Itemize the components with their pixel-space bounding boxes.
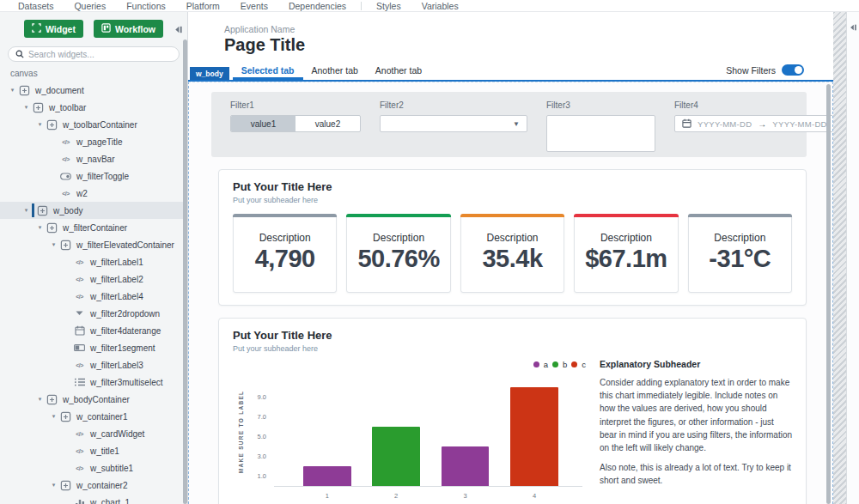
bar-category-4[interactable] bbox=[510, 387, 558, 486]
tree-item-label: w_chart_1 bbox=[90, 498, 130, 504]
bar-category-3[interactable] bbox=[442, 446, 490, 486]
chevron-down-icon[interactable]: ▾ bbox=[21, 207, 32, 214]
kpi-card-1[interactable]: Description4,790 bbox=[233, 214, 337, 293]
y-tick: 1.0 bbox=[258, 472, 266, 480]
show-filters-toggle[interactable] bbox=[782, 64, 804, 76]
chart-section: Put Your Title Here Put your subheader h… bbox=[218, 318, 807, 504]
widget-button[interactable]: Widget bbox=[24, 20, 83, 38]
tree-item-w_chart_1[interactable]: w_chart_1 bbox=[0, 494, 187, 504]
chart-icon bbox=[73, 498, 86, 504]
code-icon: </> bbox=[73, 259, 86, 265]
y-axis-label: MAKE SURE TO LABEL bbox=[238, 390, 244, 473]
tab-another-1[interactable]: Another tab bbox=[303, 62, 367, 80]
filter4-daterange[interactable]: YYYY-MM-DD → YYYY-MM-DD bbox=[674, 115, 833, 132]
calendar-icon bbox=[682, 116, 691, 131]
tree-item-w_filterElevatedContainer[interactable]: ▾w_filterElevatedContainer bbox=[0, 236, 187, 253]
workflow-button[interactable]: Workflow bbox=[94, 20, 163, 38]
tree-item-w_filter4daterange[interactable]: w_filter4daterange bbox=[0, 322, 187, 339]
x-tick: 2 bbox=[394, 492, 398, 500]
filter2-dropdown[interactable]: ▼ bbox=[380, 115, 527, 132]
chevron-down-icon[interactable]: ▾ bbox=[48, 482, 59, 489]
tree-item-w_filterToggle[interactable]: w_filterToggle bbox=[0, 167, 187, 185]
tree-item-w_bodyContainer[interactable]: ▾w_bodyContainer bbox=[0, 391, 187, 408]
bar-category-2[interactable] bbox=[372, 427, 420, 486]
chevron-down-icon[interactable]: ▾ bbox=[48, 413, 59, 420]
tab-another-2[interactable]: Another tab bbox=[367, 62, 430, 80]
tree-item-w_filterContainer[interactable]: ▾w_filterContainer bbox=[0, 219, 187, 236]
tab-selected[interactable]: Selected tab bbox=[233, 62, 303, 80]
tree-item-w_pageTitle[interactable]: </>w_pageTitle bbox=[0, 133, 187, 150]
filter1-option-value2[interactable]: value2 bbox=[295, 116, 360, 131]
legend-dot-b bbox=[552, 361, 558, 367]
tree-item-w_container1[interactable]: ▾w_container1 bbox=[0, 408, 187, 425]
kpi-card-3[interactable]: Description35.4k bbox=[460, 214, 564, 293]
tree-item-label: w_cardWidget bbox=[90, 429, 144, 439]
legend-dot-c bbox=[571, 361, 577, 367]
container-icon bbox=[32, 102, 45, 113]
menu-item-variables[interactable]: Variables bbox=[412, 1, 468, 11]
tree-item-label: w_filter4daterange bbox=[90, 326, 161, 336]
kpi-description: Description bbox=[234, 232, 336, 244]
menu-item-datasets[interactable]: Datasets bbox=[9, 1, 63, 11]
menu-item-dependencies[interactable]: Dependencies bbox=[279, 1, 356, 11]
tree-item-label: w_container1 bbox=[76, 412, 127, 422]
tree-item-w_filterLabel4[interactable]: </>w_filterLabel4 bbox=[0, 288, 187, 305]
widget-search[interactable] bbox=[8, 46, 180, 62]
chevron-down-icon[interactable]: ▾ bbox=[21, 104, 32, 111]
chart-legend: abc bbox=[233, 358, 586, 370]
bar-category-1[interactable] bbox=[303, 466, 351, 486]
menu-item-functions[interactable]: Functions bbox=[117, 1, 175, 11]
menu-item-platform[interactable]: Platform bbox=[177, 1, 229, 11]
tree-item-w_subtitle1[interactable]: </>w_subtitle1 bbox=[0, 459, 187, 477]
kpi-card-5[interactable]: Description-31°C bbox=[688, 214, 792, 293]
collapse-sidebar-icon[interactable] bbox=[174, 22, 183, 38]
tree-item-w_title1[interactable]: </>w_title1 bbox=[0, 442, 187, 459]
show-filters-label: Show Filters bbox=[726, 65, 776, 76]
kpi-accent-bar bbox=[688, 214, 792, 217]
filter3-group: Filter3 bbox=[546, 100, 655, 152]
sidebar-scrollbar[interactable] bbox=[183, 39, 187, 504]
canvas-scrollbar[interactable] bbox=[826, 84, 831, 504]
kpi-card-2[interactable]: Description50.76% bbox=[346, 214, 450, 293]
panel-resize-gutter[interactable] bbox=[833, 12, 846, 504]
filter1-option-value1[interactable]: value1 bbox=[231, 116, 295, 131]
tree-item-w_toolbar[interactable]: ▾w_toolbar bbox=[0, 99, 187, 116]
tree-item-w2[interactable]: </>w2 bbox=[0, 185, 187, 202]
kpi-card-4[interactable]: Description$67.1m bbox=[574, 214, 678, 293]
filter1-segmented-control: value1 value2 bbox=[230, 115, 361, 132]
chevron-down-icon[interactable]: ▾ bbox=[34, 224, 46, 231]
tree-item-w_cardWidget[interactable]: </>w_cardWidget bbox=[0, 425, 187, 442]
chevron-down-icon[interactable]: ▾ bbox=[7, 87, 18, 94]
collapse-right-panel-icon[interactable] bbox=[849, 20, 857, 34]
kpi-value: 4,790 bbox=[234, 245, 336, 273]
code-icon: </> bbox=[59, 156, 72, 162]
list-icon bbox=[73, 378, 86, 386]
tree-item-w_filterLabel3[interactable]: </>w_filterLabel3 bbox=[0, 356, 187, 373]
tree-item-w_filter1segment[interactable]: w_filter1segment bbox=[0, 339, 187, 356]
chevron-down-icon[interactable]: ▾ bbox=[48, 241, 59, 248]
chevron-down-icon[interactable]: ▾ bbox=[34, 121, 46, 128]
search-input[interactable] bbox=[28, 50, 172, 59]
tree-item-w_filter2dropdown[interactable]: w_filter2dropdown bbox=[0, 305, 187, 322]
chevron-down-icon[interactable]: ▾ bbox=[34, 396, 46, 403]
tree-item-w_navBar[interactable]: </>w_navBar bbox=[0, 150, 187, 167]
tree-item-w_document[interactable]: ▾w_document bbox=[0, 82, 187, 99]
tree-item-w_toolbarContainer[interactable]: ▾w_toolbarContainer bbox=[0, 116, 187, 133]
menu-item-styles[interactable]: Styles bbox=[367, 1, 411, 11]
filter3-multiselect[interactable] bbox=[546, 115, 655, 152]
tree-item-w_body[interactable]: ▾w_body bbox=[0, 202, 187, 219]
tree-item-label: w_toolbar bbox=[49, 103, 86, 112]
tree-item-w_filterLabel1[interactable]: </>w_filterLabel1 bbox=[0, 253, 187, 270]
kpi-value: $67.1m bbox=[575, 245, 677, 273]
tree-item-w_filter3multiselect[interactable]: w_filter3multiselect bbox=[0, 373, 187, 391]
widget-sidebar: Widget Workflow canvas ▾w_document▾w_too… bbox=[0, 12, 188, 504]
menu-item-events[interactable]: Events bbox=[231, 1, 277, 11]
tree-item-w_container2[interactable]: ▾w_container2 bbox=[0, 477, 187, 494]
tree-item-w_filterLabel2[interactable]: </>w_filterLabel2 bbox=[0, 270, 187, 288]
container-icon bbox=[59, 411, 72, 422]
tree-item-label: w_title1 bbox=[90, 446, 119, 456]
chart-plot: MAKE SURE TO LABEL 1.03.05.07.09.01234 bbox=[274, 377, 582, 487]
menu-item-queries[interactable]: Queries bbox=[64, 1, 115, 11]
widget-button-label: Widget bbox=[46, 24, 76, 34]
bar-chart: abc MAKE SURE TO LABEL 1.03.05.07.09.012… bbox=[233, 358, 600, 504]
